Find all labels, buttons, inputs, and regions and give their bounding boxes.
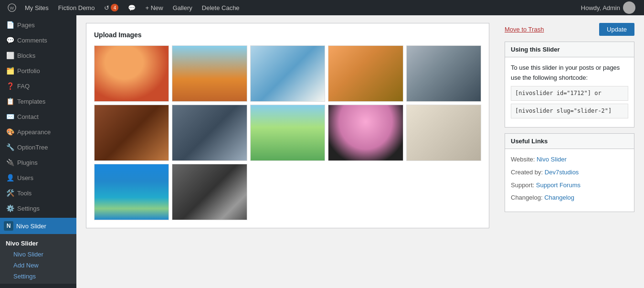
sidebar-item-users[interactable]: 👤 Users bbox=[0, 170, 76, 185]
my-sites-menu[interactable]: My Sites bbox=[20, 0, 53, 15]
sidebar-item-optiontree[interactable]: 🔧 OptionTree bbox=[0, 139, 76, 155]
sidebar-item-blocks[interactable]: ⬜ Blocks bbox=[0, 48, 76, 63]
updates-counter[interactable]: ↺ 4 bbox=[99, 0, 123, 15]
useful-link-label-1: Created by: bbox=[511, 169, 545, 176]
shortcode-2[interactable]: [nivoslider slug="slider-2"] bbox=[511, 104, 628, 118]
appearance-icon: 🎨 bbox=[6, 128, 14, 136]
portfolio-icon: 🗂️ bbox=[6, 66, 14, 75]
useful-links-row-2: Support: Support Forums bbox=[511, 181, 628, 191]
image-thumb-12[interactable] bbox=[172, 164, 247, 220]
sidebar-item-contact[interactable]: ✉️ Contact bbox=[0, 109, 76, 124]
image-thumb-6[interactable] bbox=[94, 105, 169, 161]
useful-links-row-1: Created by: Dev7studios bbox=[511, 168, 628, 178]
useful-link-label-0: Website: bbox=[511, 156, 537, 163]
image-thumb-7[interactable] bbox=[172, 105, 247, 161]
using-slider-content: To use this slider in your posts or page… bbox=[505, 57, 634, 127]
optiontree-icon: 🔧 bbox=[6, 143, 14, 151]
contact-icon: ✉️ bbox=[6, 112, 14, 121]
sidebar-item-nivo-slider[interactable]: N Nivo Slider bbox=[0, 218, 76, 234]
delete-cache[interactable]: Delete Cache bbox=[197, 0, 244, 15]
image-thumb-8[interactable] bbox=[250, 105, 325, 161]
comments-adminbar[interactable]: 💬 bbox=[123, 0, 140, 15]
useful-link-3[interactable]: Changelog bbox=[544, 194, 574, 201]
sidebar-item-layerslider[interactable]: ▦ LayerSlider WP bbox=[0, 284, 76, 288]
sidebar-item-comments[interactable]: 💬 Comments bbox=[0, 32, 76, 48]
svg-text:W: W bbox=[10, 6, 14, 11]
gallery-adminbar[interactable]: Gallery bbox=[168, 0, 197, 15]
useful-link-1[interactable]: Dev7studios bbox=[545, 169, 579, 176]
sidebar: 📄 Pages 💬 Comments ⬜ Blocks 🗂️ Portfolio… bbox=[0, 15, 76, 288]
blocks-icon: ⬜ bbox=[6, 51, 14, 60]
faq-icon: ❓ bbox=[6, 82, 14, 90]
sidebar-item-settings[interactable]: ⚙️ Settings bbox=[0, 201, 76, 216]
using-slider-title: Using this Slider bbox=[505, 42, 634, 57]
useful-links-title: Useful Links bbox=[505, 134, 634, 149]
nivo-slider-submenu-title: Nivo Slider bbox=[0, 236, 76, 249]
image-thumb-11[interactable] bbox=[94, 164, 169, 220]
image-thumb-9[interactable] bbox=[328, 105, 403, 161]
move-to-trash-link[interactable]: Move to Trash bbox=[505, 26, 544, 33]
wp-logo[interactable]: W bbox=[4, 0, 20, 15]
sidebar-item-plugins[interactable]: 🔌 Plugins bbox=[0, 155, 76, 170]
image-thumb-5[interactable] bbox=[406, 45, 481, 102]
nivo-slider-submenu-item-main[interactable]: Nivo Slider bbox=[0, 249, 76, 260]
nivo-slider-icon: N bbox=[4, 221, 13, 231]
update-button[interactable]: Update bbox=[599, 23, 634, 36]
useful-links-row-3: Changelog: Changelog bbox=[511, 193, 628, 203]
admin-bar: W My Sites Fiction Demo ↺ 4 💬 + New Gall… bbox=[0, 0, 644, 15]
templates-icon: 📋 bbox=[6, 97, 14, 106]
tools-icon: 🛠️ bbox=[6, 189, 14, 197]
image-thumb-10[interactable] bbox=[406, 105, 481, 161]
nivo-slider-submenu-item-add-new[interactable]: Add New bbox=[0, 260, 76, 271]
image-thumb-2[interactable] bbox=[172, 45, 247, 102]
image-thumb-1[interactable] bbox=[94, 45, 169, 102]
users-icon: 👤 bbox=[6, 173, 14, 182]
upload-images-section: Upload Images bbox=[86, 23, 489, 228]
comments-icon: 💬 bbox=[6, 36, 14, 44]
nivo-slider-submenu: Nivo Slider Nivo Slider Add New Settings bbox=[0, 234, 76, 284]
upload-images-title: Upload Images bbox=[94, 31, 481, 39]
settings-icon: ⚙️ bbox=[6, 204, 14, 213]
main-content: Upload Images Move to Trash Update Using… bbox=[76, 15, 644, 288]
right-panel: Move to Trash Update Using this Slider T… bbox=[497, 23, 634, 218]
useful-links-content: Website: Nivo SliderCreated by: Dev7stud… bbox=[505, 149, 634, 212]
images-grid bbox=[94, 45, 481, 220]
useful-link-0[interactable]: Nivo Slider bbox=[537, 156, 567, 163]
nivo-slider-submenu-item-settings[interactable]: Settings bbox=[0, 271, 76, 282]
using-slider-box: Using this Slider To use this slider in … bbox=[505, 42, 634, 128]
sidebar-item-appearance[interactable]: 🎨 Appearance bbox=[0, 124, 76, 139]
sidebar-item-faq[interactable]: ❓ FAQ bbox=[0, 78, 76, 94]
useful-link-label-2: Support: bbox=[511, 181, 536, 189]
shortcode-1[interactable]: [nivoslider id="1712"] or bbox=[511, 86, 628, 101]
using-slider-description: To use this slider in your posts or page… bbox=[511, 63, 628, 83]
howdy-label[interactable]: Howdy, Admin bbox=[576, 0, 640, 15]
new-content[interactable]: + New bbox=[140, 0, 168, 15]
image-thumb-4[interactable] bbox=[328, 45, 403, 102]
right-top-bar: Move to Trash Update bbox=[505, 23, 634, 36]
avatar bbox=[623, 1, 635, 14]
useful-link-2[interactable]: Support Forums bbox=[536, 181, 581, 189]
sidebar-item-tools[interactable]: 🛠️ Tools bbox=[0, 185, 76, 201]
site-name[interactable]: Fiction Demo bbox=[53, 0, 100, 15]
sidebar-item-pages[interactable]: 📄 Pages bbox=[0, 17, 76, 32]
useful-links-row-0: Website: Nivo Slider bbox=[511, 155, 628, 165]
useful-links-box: Useful Links Website: Nivo SliderCreated… bbox=[505, 133, 634, 212]
sidebar-item-portfolio[interactable]: 🗂️ Portfolio bbox=[0, 63, 76, 78]
image-thumb-3[interactable] bbox=[250, 45, 325, 102]
plugins-icon: 🔌 bbox=[6, 158, 14, 167]
pages-icon: 📄 bbox=[6, 21, 14, 29]
sidebar-item-templates[interactable]: 📋 Templates bbox=[0, 94, 76, 109]
useful-link-label-3: Changelog: bbox=[511, 194, 544, 201]
